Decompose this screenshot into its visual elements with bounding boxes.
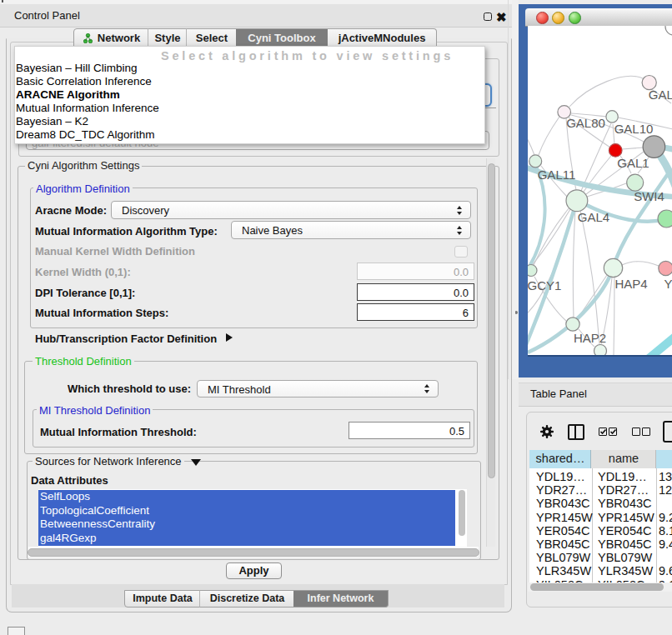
svg-text:GAL80: GAL80: [566, 116, 605, 130]
svg-text:HAP4: HAP4: [614, 277, 647, 291]
svg-text:YD: YD: [664, 277, 672, 291]
svg-text:GAL11: GAL11: [538, 168, 576, 182]
svg-text:GAL1: GAL1: [617, 156, 649, 170]
svg-text:GAL7: GAL7: [649, 88, 672, 102]
svg-text:SWI4: SWI4: [634, 189, 664, 203]
svg-text:GCY1: GCY1: [528, 278, 561, 292]
svg-text:GAL10: GAL10: [614, 122, 654, 136]
svg-text:HAP2: HAP2: [574, 331, 606, 345]
svg-text:GAL4: GAL4: [578, 210, 609, 224]
